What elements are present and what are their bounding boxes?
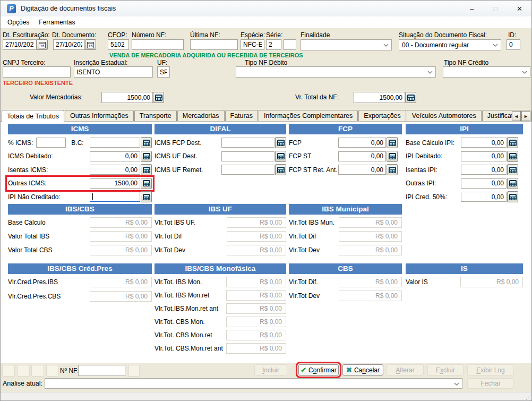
calculator-button[interactable] (507, 178, 518, 189)
field-row-vlr-cred-pres-cbs: Vlr.Cred.Pres.CBSR$ 0,00 (8, 291, 152, 302)
tab-informacoes-complementares[interactable]: Informações Complementares (259, 110, 358, 122)
field-input[interactable] (221, 151, 274, 161)
vr-total-nf-calculator-button[interactable] (405, 92, 416, 103)
tab-veiculos-automotores[interactable]: Veículos Automotores (407, 110, 482, 122)
analise-atual-select[interactable] (45, 378, 462, 389)
cfop-input[interactable] (108, 39, 129, 50)
serie-input[interactable] (266, 39, 281, 50)
calculator-icon (389, 167, 396, 173)
field-input[interactable]: 0,00 (461, 192, 507, 202)
uf-label: UF: (157, 59, 167, 66)
field-input[interactable]: 0,00 (338, 138, 386, 148)
calculator-button[interactable] (507, 151, 518, 162)
situacao-select[interactable]: 00 - Documento regular (399, 39, 501, 50)
field-row-base-calculo: Base CálculoR$ 0,00 (8, 217, 152, 228)
section-title: FCP (289, 124, 402, 134)
dt-escrituracao-input[interactable] (3, 39, 37, 50)
tab-outras-informacoes[interactable]: Outras Informações (65, 110, 134, 122)
nav-button-5[interactable] (128, 365, 140, 377)
field-row-vlr-tot-dif: Vlr.Tot Dif.R$ 0,00 (289, 277, 402, 287)
tab-exportacoes[interactable]: Exportações (358, 110, 406, 122)
tab-scroll-right-button[interactable]: ► (521, 111, 530, 121)
menu-ferramentas[interactable]: Ferramentas (34, 19, 80, 26)
close-icon[interactable]: ✕ (508, 1, 531, 16)
tab-transporte[interactable]: Transporte (134, 110, 177, 122)
field-input[interactable]: 1500,00 (90, 178, 140, 189)
field-input[interactable]: 0,00 (461, 165, 507, 175)
id-input[interactable] (507, 39, 520, 50)
dt-documento-input[interactable] (53, 39, 85, 50)
field-input[interactable]: 0,00 (338, 151, 386, 161)
calculator-button[interactable] (507, 137, 518, 148)
calculator-button[interactable] (141, 164, 152, 175)
nav-button-2[interactable] (17, 365, 30, 377)
calculator-button[interactable] (507, 191, 518, 202)
calculator-button[interactable] (507, 164, 518, 175)
field-input[interactable]: 0,00 (90, 151, 140, 161)
field-input[interactable]: 0,00 (90, 165, 140, 175)
tab-mercadorias[interactable]: Mercadorias (177, 110, 225, 122)
dt-documento-label: Dt. Documento: (52, 31, 96, 39)
dt-escrituracao-calendar-button[interactable]: 15 (37, 39, 48, 50)
field-label: Vlr.Tot. IBS Mon. (155, 278, 202, 286)
nav-button-1[interactable] (2, 365, 15, 377)
valor-mercadorias-input[interactable] (101, 92, 153, 103)
resize-grip-icon[interactable]: ⋰ (526, 395, 531, 400)
calculator-button[interactable] (141, 151, 152, 162)
field-input[interactable]: 0,00 (461, 138, 507, 148)
section-credpres: IBS/CBS Créd.PresVlr.Cred.Pres.IBSR$ 0,0… (8, 263, 152, 305)
uf-input[interactable] (157, 66, 170, 78)
section-title: IS (406, 263, 523, 274)
field-value: R$ 0,00 (226, 290, 286, 301)
calculator-button[interactable] (387, 137, 398, 148)
tab-scroll-left-button[interactable]: ◄ (512, 111, 521, 121)
dt-documento-calendar-button[interactable]: 15 (85, 39, 96, 50)
cancelar-button[interactable]: ✖Cancelar (342, 364, 383, 376)
especie-input[interactable] (241, 39, 264, 50)
field-value: 0,00 (492, 166, 504, 174)
nav-button-3[interactable] (31, 365, 44, 377)
inscricao-estadual-input[interactable] (74, 66, 153, 78)
tipo-nf-credito-select[interactable] (443, 66, 530, 78)
minimize-icon[interactable]: – (460, 1, 484, 16)
serie-extra-input[interactable] (284, 39, 296, 50)
window: P Digitação de documentos fiscais – □ ✕ … (0, 0, 532, 401)
vr-total-nf-input[interactable] (354, 92, 405, 103)
calculator-button[interactable] (141, 178, 152, 189)
calculator-button[interactable] (141, 137, 152, 148)
confirmar-button[interactable]: ✔Confirmar (298, 364, 339, 376)
numero-nf-input[interactable] (132, 39, 184, 50)
menu-opcoes[interactable]: Opções (3, 19, 34, 26)
calculator-button[interactable] (387, 151, 398, 162)
nav-button-4[interactable] (46, 365, 59, 377)
field-input[interactable]: 0,00 (338, 165, 386, 175)
calculator-button[interactable] (275, 164, 286, 175)
field-input[interactable]: 0,00 (461, 178, 507, 189)
percent-input[interactable] (36, 138, 66, 148)
calculator-button[interactable] (141, 191, 152, 202)
field-input[interactable] (221, 165, 274, 175)
cfop-label: CFOP: (108, 31, 127, 39)
button-label: Exibir Log (476, 366, 504, 374)
n-nf-input[interactable] (78, 365, 125, 376)
valor-mercadorias-calculator-button[interactable] (153, 92, 164, 103)
field-input[interactable] (90, 192, 140, 202)
cnpj-terceiro-input[interactable] (3, 66, 71, 78)
field-value: R$ 0,00 (90, 245, 152, 255)
finalidade-select[interactable] (301, 39, 392, 50)
dt-escrituracao-label: Dt. Escrituração: (3, 31, 50, 39)
ultima-nf-input[interactable] (190, 39, 238, 50)
tab-totais-de-tributos[interactable]: Totais de Tributos (2, 110, 64, 122)
calculator-button[interactable] (275, 137, 286, 148)
cnpj-terceiro-label: CNPJ Terceiro: (3, 59, 45, 66)
tab-faturas[interactable]: Faturas (225, 110, 258, 122)
field-input[interactable]: 0,00 (461, 151, 507, 161)
tipo-nf-debito-select[interactable] (236, 66, 436, 78)
field-label: IPI Cred. 50%: (406, 193, 447, 201)
field-value: R$ 0,00 (90, 217, 152, 228)
calculator-button[interactable] (275, 151, 286, 162)
calculator-button[interactable] (387, 164, 398, 175)
field-input[interactable] (90, 138, 140, 148)
tipo-nf-credito-label: Tipo NF Crédito (444, 59, 488, 66)
field-input[interactable] (221, 138, 274, 148)
